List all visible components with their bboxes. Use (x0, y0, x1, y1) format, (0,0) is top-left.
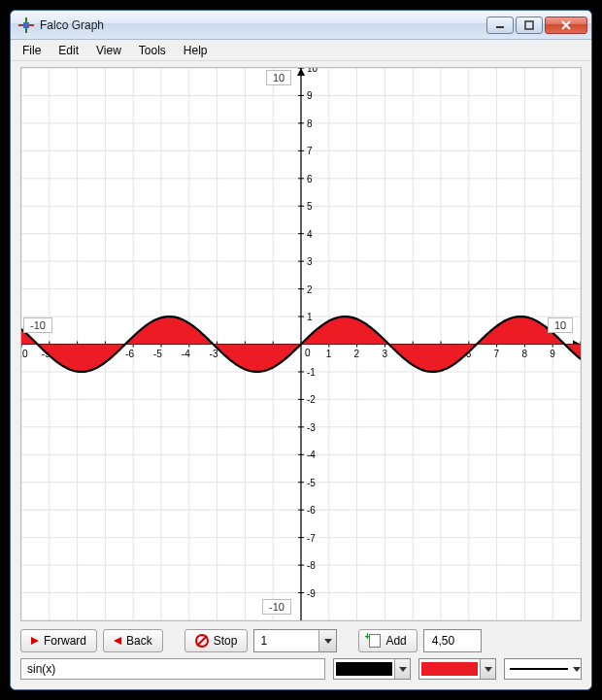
bottom-row: sin(x) (20, 656, 582, 685)
svg-text:5: 5 (307, 201, 313, 212)
chart-canvas[interactable]: -10-9-8-7-6-5-4-3-2-1012345678910-9-8-7-… (20, 67, 582, 621)
svg-text:-5: -5 (307, 478, 316, 488)
content-area: -10-9-8-7-6-5-4-3-2-1012345678910-9-8-7-… (11, 61, 591, 689)
svg-text:6: 6 (307, 174, 313, 184)
svg-text:1: 1 (326, 349, 332, 359)
add-label: Add (385, 634, 406, 648)
maximize-button[interactable] (516, 17, 543, 34)
svg-text:-6: -6 (307, 505, 316, 516)
svg-text:-4: -4 (307, 450, 316, 460)
menu-edit[interactable]: Edit (50, 42, 86, 59)
stop-label: Stop (214, 634, 238, 648)
close-button[interactable] (545, 17, 587, 34)
svg-rect-2 (23, 22, 29, 28)
step-combo[interactable]: 1 (253, 629, 337, 652)
svg-text:-3: -3 (210, 349, 218, 359)
svg-text:-1: -1 (307, 367, 316, 378)
svg-text:-8: -8 (307, 560, 316, 571)
stop-icon (195, 634, 209, 648)
svg-rect-4 (525, 21, 533, 29)
svg-text:1: 1 (307, 312, 313, 322)
svg-text:4: 4 (307, 229, 313, 240)
add-button[interactable]: Add (358, 629, 417, 652)
forward-button[interactable]: Forward (20, 629, 97, 652)
window-title: Falco Graph (40, 18, 486, 32)
svg-text:3: 3 (307, 256, 313, 267)
back-button[interactable]: Back (103, 629, 163, 652)
app-icon (18, 17, 34, 33)
svg-text:-5: -5 (153, 349, 162, 359)
svg-text:7: 7 (494, 349, 500, 359)
minimize-button[interactable] (486, 17, 514, 34)
svg-marker-51 (297, 68, 305, 76)
chevron-down-icon (318, 630, 336, 651)
svg-text:7: 7 (307, 146, 313, 156)
step-value: 1 (254, 634, 318, 648)
svg-text:2: 2 (307, 284, 313, 295)
line-style-preview (510, 668, 568, 670)
chevron-down-icon (480, 659, 495, 679)
range-label-x-left: -10 (23, 317, 52, 333)
value-display[interactable]: 4,50 (423, 629, 482, 652)
range-label-y-bottom: -10 (262, 599, 291, 615)
main-window: Falco Graph File Edit View Tools Help -1… (10, 10, 592, 690)
fill-color-swatch (421, 662, 478, 676)
stop-button[interactable]: Stop (184, 629, 249, 652)
svg-text:2: 2 (354, 349, 360, 359)
svg-text:-4: -4 (182, 349, 190, 359)
chevron-down-icon (573, 667, 581, 672)
window-controls (486, 17, 587, 34)
titlebar: Falco Graph (11, 11, 591, 40)
svg-text:9: 9 (550, 349, 555, 359)
back-label: Back (126, 634, 152, 648)
svg-text:10: 10 (307, 68, 318, 74)
add-icon (369, 634, 381, 648)
formula-input[interactable]: sin(x) (20, 658, 325, 680)
line-color-swatch (336, 662, 392, 676)
toolbar: Forward Back Stop 1 Add 4,50 (20, 621, 582, 656)
svg-text:-10: -10 (21, 349, 28, 359)
svg-text:3: 3 (382, 349, 387, 359)
svg-text:8: 8 (521, 349, 527, 359)
range-label-x-right: 10 (548, 317, 573, 333)
arrow-right-icon (31, 637, 39, 645)
svg-text:-9: -9 (307, 588, 316, 599)
menu-help[interactable]: Help (176, 42, 216, 59)
range-label-y-top: 10 (266, 70, 291, 85)
fill-color-picker[interactable] (418, 658, 496, 680)
svg-text:-2: -2 (307, 394, 316, 405)
menubar: File Edit View Tools Help (11, 40, 591, 61)
svg-text:0: 0 (305, 348, 311, 358)
menu-view[interactable]: View (88, 42, 129, 59)
svg-text:9: 9 (307, 90, 313, 101)
menu-tools[interactable]: Tools (131, 42, 174, 59)
forward-label: Forward (44, 634, 86, 648)
svg-text:8: 8 (307, 118, 313, 129)
menu-file[interactable]: File (15, 42, 49, 59)
arrow-left-icon (114, 637, 121, 645)
svg-text:-3: -3 (307, 422, 316, 433)
chevron-down-icon (394, 659, 410, 679)
line-style-picker[interactable] (504, 658, 582, 680)
svg-text:-7: -7 (307, 533, 316, 544)
svg-text:-6: -6 (125, 349, 134, 359)
line-color-picker[interactable] (333, 658, 411, 680)
